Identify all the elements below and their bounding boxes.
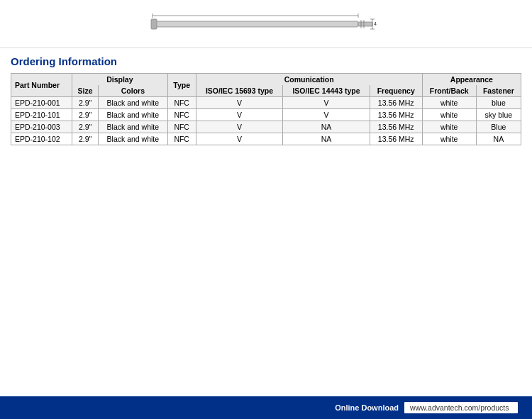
table-cell: white xyxy=(422,121,476,133)
table-cell: NFC xyxy=(167,121,196,133)
table-cell: sky blue xyxy=(476,109,521,121)
svg-rect-1 xyxy=(151,19,157,29)
table-cell: blue xyxy=(476,97,521,109)
col-fastener: Fastener xyxy=(476,85,521,97)
col-frequency: Frequency xyxy=(370,85,422,97)
table-cell: 2.9" xyxy=(72,121,99,133)
table-cell: NFC xyxy=(167,133,196,145)
table-cell: NA xyxy=(283,121,370,133)
table-cell: 13.56 MHz xyxy=(370,121,422,133)
table-cell: NFC xyxy=(167,109,196,121)
svg-rect-0 xyxy=(153,21,358,27)
table-cell: EPD-210-102 xyxy=(11,133,72,145)
table-row: EPD-210-0012.9"Black and whiteNFCVV13.56… xyxy=(11,97,521,109)
col-iso15693: ISO/IEC 15693 type xyxy=(196,85,283,97)
table-row: EPD-210-1012.9"Black and whiteNFCVV13.56… xyxy=(11,109,521,121)
col-front-back: Front/Back xyxy=(422,85,476,97)
ordering-table: Part Number Display Type Comunication Ap… xyxy=(11,73,521,145)
svg-text:4: 4 xyxy=(374,21,377,26)
table-cell: EPD-210-101 xyxy=(11,109,72,121)
table-cell: NA xyxy=(476,133,521,145)
table-header-sub-row: Size Colors ISO/IEC 15693 type ISO/IEC 1… xyxy=(11,85,521,97)
table-cell: V xyxy=(196,97,283,109)
table-cell: Black and white xyxy=(99,109,168,121)
table-cell: Black and white xyxy=(99,121,168,133)
footer-bar: Online Download www.advantech.com/produc… xyxy=(0,396,532,419)
table-row: EPD-210-1022.9"Black and whiteNFCVNA13.5… xyxy=(11,133,521,145)
col-colors: Colors xyxy=(99,85,168,97)
main-content: Ordering Information Part Number Display… xyxy=(0,48,532,152)
col-iso14443: ISO/IEC 14443 type xyxy=(283,85,370,97)
section-title: Ordering Information xyxy=(11,55,521,67)
table-cell: 13.56 MHz xyxy=(370,97,422,109)
device-diagram: 4 xyxy=(145,10,387,38)
table-cell: 2.9" xyxy=(72,109,99,121)
col-appearance-group: Appearance xyxy=(422,74,521,86)
table-cell: 2.9" xyxy=(72,133,99,145)
table-cell: Black and white xyxy=(99,97,168,109)
table-cell: V xyxy=(196,121,283,133)
table-cell: white xyxy=(422,109,476,121)
table-cell: 13.56 MHz xyxy=(370,133,422,145)
table-body: EPD-210-0012.9"Black and whiteNFCVV13.56… xyxy=(11,97,521,145)
table-cell: NA xyxy=(283,133,370,145)
table-cell: 2.9" xyxy=(72,97,99,109)
table-header-group-row: Part Number Display Type Comunication Ap… xyxy=(11,74,521,86)
table-cell: V xyxy=(283,109,370,121)
col-communication-group: Comunication xyxy=(196,74,422,86)
footer-url: www.advantech.com/products xyxy=(404,402,518,413)
footer-label: Online Download xyxy=(335,403,399,412)
table-cell: EPD-210-003 xyxy=(11,121,72,133)
table-cell: white xyxy=(422,97,476,109)
diagram-area: 4 xyxy=(0,0,532,48)
table-cell: V xyxy=(283,97,370,109)
table-cell: EPD-210-001 xyxy=(11,97,72,109)
table-cell: NFC xyxy=(167,97,196,109)
table-row: EPD-210-0032.9"Black and whiteNFCVNA13.5… xyxy=(11,121,521,133)
col-part-number: Part Number xyxy=(11,74,72,97)
table-cell: V xyxy=(196,133,283,145)
svg-rect-2 xyxy=(358,22,372,26)
col-type: Type xyxy=(167,74,196,97)
table-cell: white xyxy=(422,133,476,145)
col-size: Size xyxy=(72,85,99,97)
table-cell: Black and white xyxy=(99,133,168,145)
table-cell: Blue xyxy=(476,121,521,133)
table-cell: 13.56 MHz xyxy=(370,109,422,121)
col-display-group: Display xyxy=(72,74,168,86)
table-cell: V xyxy=(196,109,283,121)
